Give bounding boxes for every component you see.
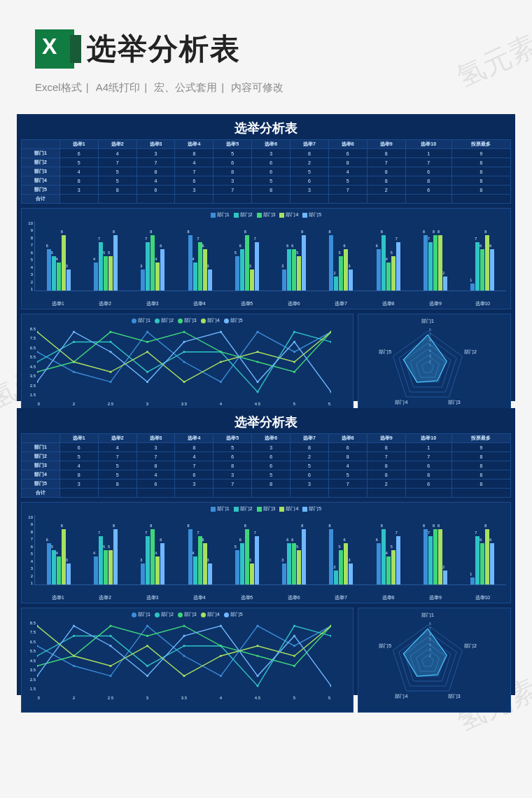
cell: 5	[290, 461, 329, 470]
col-header: 选举9	[367, 434, 405, 443]
line-point	[183, 625, 185, 627]
svg-marker-15	[403, 335, 447, 382]
cell: 4	[98, 149, 136, 158]
col-header: 选举3	[136, 140, 175, 149]
svg-text:4: 4	[429, 643, 431, 647]
svg-text:5: 5	[429, 343, 431, 347]
bar: 8	[62, 529, 66, 584]
bar: 6	[480, 249, 484, 290]
cell: 3	[290, 479, 329, 489]
cell: 8	[175, 443, 214, 452]
line-point	[293, 331, 295, 333]
line-point	[183, 360, 185, 363]
cell	[252, 195, 290, 204]
cell: 5	[328, 470, 367, 479]
table-row: 部门164385386819	[22, 149, 511, 158]
cell: 5	[328, 176, 367, 186]
bar-group: 87882	[412, 515, 458, 584]
cell: 8	[451, 167, 510, 176]
bar: 3	[250, 564, 254, 584]
bar: 6	[47, 249, 51, 290]
line-y-axis: 8.57.56.55.54.53.52.51.5	[26, 327, 36, 397]
svg-text:2: 2	[429, 653, 431, 657]
legend-item: 部门3	[257, 505, 276, 512]
svg-text:1.5: 1.5	[37, 402, 41, 406]
y-axis: 10987654321	[26, 515, 34, 585]
cell	[98, 195, 136, 204]
bar: 8	[433, 529, 438, 584]
bar: 7	[428, 536, 433, 584]
col-header: 选举2	[98, 140, 136, 149]
line-point	[256, 645, 258, 647]
bar: 5	[104, 550, 108, 585]
bar-group: 65483	[35, 515, 82, 584]
cell: 6	[59, 149, 98, 158]
bar: 6	[292, 249, 296, 290]
legend-item: 部门5	[224, 317, 243, 324]
line-point	[146, 675, 148, 677]
cell	[175, 195, 214, 204]
table-row: 部门345878654868	[22, 167, 511, 176]
cell: 8	[367, 176, 405, 186]
line-point	[256, 331, 258, 333]
bar-chart: 部门1部门2部门3部门4部门51098765432165483475583784…	[21, 208, 511, 309]
subtitle-row: Excel格式| A4纸打印| 宏、公式套用| 内容可修改	[0, 77, 532, 107]
line-svg: 1.522.533.544.555.5	[37, 327, 331, 408]
cell: 3	[290, 186, 329, 195]
dashboard: 选举分析表选举1选举2选举3选举4选举5选举6选举7选举8选举9选举10投票最多…	[17, 408, 515, 695]
bar: 4	[386, 262, 391, 290]
line-point	[293, 371, 295, 373]
line-point	[256, 391, 258, 393]
cell: 8	[367, 167, 405, 176]
cell: 5	[214, 443, 252, 452]
cell: 8	[367, 470, 405, 479]
cell: 8	[451, 479, 510, 489]
cell: 7	[175, 461, 214, 470]
bar-group: 36658	[270, 515, 317, 584]
line-point	[73, 341, 75, 343]
bar-group: 37846	[130, 221, 176, 290]
y-axis: 10987654321	[26, 221, 34, 291]
col-header: 选举8	[328, 434, 367, 443]
bar: 3	[282, 270, 286, 290]
bar: 8	[382, 529, 386, 584]
svg-text:5: 5	[293, 402, 296, 406]
line-point	[109, 635, 111, 637]
cell: 8	[252, 479, 290, 489]
cell	[405, 195, 451, 204]
bar-group: 84763	[176, 221, 223, 290]
cell: 4	[136, 176, 175, 186]
cell	[136, 489, 175, 498]
cell: 3	[136, 149, 175, 158]
radar-label: 部门2	[464, 349, 477, 354]
bar: 3	[208, 270, 212, 290]
line-point	[220, 360, 222, 363]
table-row: 部门485463565888	[22, 176, 511, 186]
bar: 2	[443, 276, 447, 290]
bar-group: 47558	[82, 515, 129, 584]
radar-svg: 部门1部门2部门3部门4部门52345678	[361, 317, 494, 419]
cell: 2	[290, 452, 329, 461]
bar: 8	[188, 235, 192, 290]
line-point	[183, 654, 185, 657]
bar: 5	[108, 256, 113, 291]
bar: 8	[424, 235, 428, 290]
legend-item: 部门4	[201, 611, 220, 618]
bar: 4	[94, 262, 98, 290]
bar: 3	[208, 564, 212, 584]
table-row: 部门485463565888	[22, 470, 511, 479]
bar: 6	[240, 543, 244, 584]
svg-text:2.5: 2.5	[108, 402, 114, 406]
line-series	[37, 332, 331, 382]
col-header: 选举5	[214, 434, 252, 443]
legend-item: 部门4	[279, 505, 298, 512]
cell: 6	[136, 186, 175, 195]
svg-text:4: 4	[429, 349, 431, 353]
line-point	[256, 360, 258, 363]
line-point	[183, 351, 185, 353]
bar: 7	[396, 242, 400, 290]
dashboard-title: 选举分析表	[21, 120, 511, 136]
line-point	[220, 654, 222, 657]
table-row: 合计	[22, 489, 511, 498]
cell	[405, 489, 451, 498]
